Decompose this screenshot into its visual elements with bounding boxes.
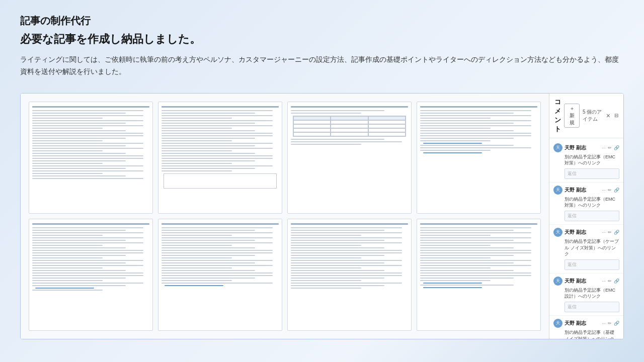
avatar-2: 天: [553, 228, 562, 237]
main-card: コメント ＋新規 5 個のアイテム × ⊟ 天 天野 副志 ··· ✏ 🔗 別の…: [20, 93, 624, 339]
comment-panel-title: コメント: [554, 98, 561, 134]
comment-item: 天 天野 副志 ··· ✏ 🔗 別の納品予定記事（EMC設計）へのリンク 返信: [549, 274, 623, 316]
comment-author-2: 天野 副志: [565, 229, 600, 236]
comment-body-4: 別の納品予定記事（基礎 ノイズ対策）へのリンク: [553, 329, 619, 339]
close-panel-button[interactable]: ×: [605, 112, 611, 120]
comment-meta-0: 天 天野 副志 ··· ✏ 🔗: [553, 143, 619, 152]
comment-reply-box-1[interactable]: 返信: [565, 211, 619, 221]
comment-meta-1: 天 天野 副志 ··· ✏ 🔗: [553, 186, 619, 195]
document-grid: [21, 94, 549, 339]
doc-thumbnail-1[interactable]: [29, 102, 153, 214]
page-title: 記事の制作代行: [20, 14, 624, 28]
avatar-0: 天: [553, 143, 562, 152]
doc-thumbnail-6[interactable]: [158, 219, 282, 331]
comment-author-0: 天野 副志: [565, 144, 600, 151]
avatar-1: 天: [553, 186, 562, 195]
comment-item: 天 天野 副志 ··· ✏ 🔗 別の納品予定記事（ケーブル ノイズ対策）へのリン…: [549, 225, 623, 274]
link-icon-1[interactable]: 🔗: [614, 188, 619, 193]
filter-button[interactable]: ⊟: [614, 113, 618, 118]
comment-count: 5 個のアイテム: [583, 109, 602, 123]
comment-author-4: 天野 副志: [565, 320, 600, 327]
edit-icon-2[interactable]: ✏: [608, 230, 612, 235]
comment-panel-header: コメント ＋新規 5 個のアイテム × ⊟: [549, 94, 623, 138]
edit-icon-0[interactable]: ✏: [608, 145, 612, 150]
new-comment-button[interactable]: ＋新規: [564, 104, 580, 128]
comment-meta-4: 天 天野 副志 ··· ✏ 🔗: [553, 319, 619, 328]
header-section: 記事の制作代行 必要な記事を作成し納品しました。 ライティングに関しては、ご依頼…: [0, 0, 644, 93]
edit-icon-3[interactable]: ✏: [608, 279, 612, 284]
page-description: ライティングに関しては、ご依頼時に執筆の前の考え方やペルソナ、カスタマージャーニ…: [20, 54, 624, 78]
more-icon-3[interactable]: ···: [602, 279, 606, 284]
comment-meta-2: 天 天野 副志 ··· ✏ 🔗: [553, 228, 619, 237]
comment-item: 天 天野 副志 ··· ✏ 🔗 別の納品予定記事（EMC対策）へのリンク 返信: [549, 183, 623, 225]
more-icon-2[interactable]: ···: [602, 230, 606, 235]
avatar-4: 天: [553, 319, 562, 328]
comment-item: 天 天野 副志 ··· ✏ 🔗 別の納品予定記事（基礎 ノイズ対策）へのリンク …: [549, 316, 623, 339]
edit-icon-1[interactable]: ✏: [608, 188, 612, 193]
comment-reply-box-3[interactable]: 返信: [565, 302, 619, 312]
doc-thumbnail-5[interactable]: [29, 219, 153, 331]
more-icon-4[interactable]: ···: [602, 321, 606, 326]
comment-author-3: 天野 副志: [565, 278, 600, 285]
comment-body-1: 別の納品予定記事（EMC対策）へのリンク: [553, 196, 619, 209]
doc-thumbnail-7[interactable]: [287, 219, 412, 331]
comment-meta-3: 天 天野 副志 ··· ✏ 🔗: [553, 277, 619, 286]
comment-list: 天 天野 副志 ··· ✏ 🔗 別の納品予定記事（EMC対策）へのリンク 返信 …: [549, 138, 623, 339]
link-icon-4[interactable]: 🔗: [614, 321, 619, 326]
avatar-3: 天: [553, 277, 562, 286]
link-icon-0[interactable]: 🔗: [614, 145, 619, 150]
page-subtitle: 必要な記事を作成し納品しました。: [20, 32, 624, 47]
comment-author-1: 天野 副志: [565, 187, 600, 194]
comment-body-3: 別の納品予定記事（EMC設計）へのリンク: [553, 287, 619, 300]
more-icon-1[interactable]: ···: [602, 188, 606, 193]
comment-body-0: 別の納品予定記事（EMC対策）へのリンク: [553, 154, 619, 166]
doc-thumbnail-4[interactable]: [417, 102, 541, 214]
comment-panel: コメント ＋新規 5 個のアイテム × ⊟ 天 天野 副志 ··· ✏ 🔗 別の…: [549, 94, 623, 339]
link-icon-3[interactable]: 🔗: [614, 279, 619, 284]
more-icon-0[interactable]: ···: [602, 145, 606, 150]
link-icon-2[interactable]: 🔗: [614, 230, 619, 235]
comment-reply-box-0[interactable]: 返信: [565, 168, 619, 179]
edit-icon-4[interactable]: ✏: [608, 321, 612, 326]
doc-thumbnail-8[interactable]: [417, 219, 541, 331]
doc-thumbnail-3[interactable]: [287, 102, 412, 214]
comment-item: 天 天野 副志 ··· ✏ 🔗 別の納品予定記事（EMC対策）へのリンク 返信: [549, 140, 623, 183]
comment-body-2: 別の納品予定記事（ケーブル ノイズ対策）へのリンク: [553, 238, 619, 257]
doc-thumbnail-2[interactable]: [158, 102, 282, 214]
comment-reply-box-2[interactable]: 返信: [565, 259, 619, 270]
